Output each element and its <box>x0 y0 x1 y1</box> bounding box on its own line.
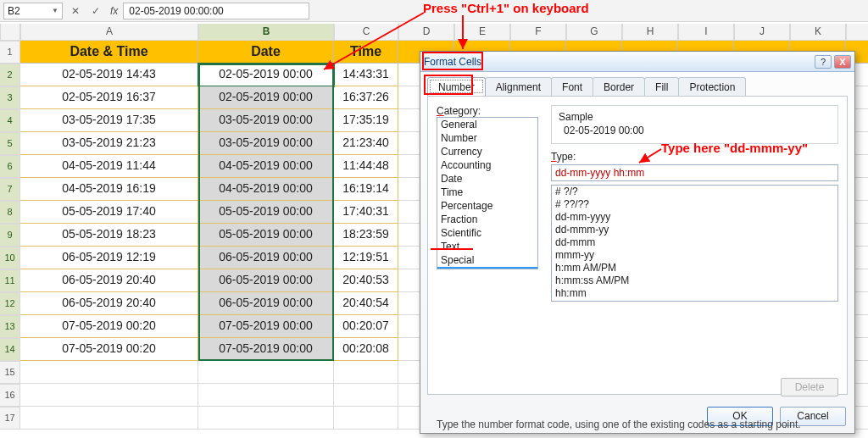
category-item[interactable]: Currency <box>437 145 537 158</box>
cell[interactable]: 02-05-2019 00:00 <box>198 64 334 86</box>
cell[interactable] <box>20 384 198 407</box>
cell[interactable]: 00:20:08 <box>334 338 398 361</box>
type-input[interactable] <box>551 164 838 181</box>
tab-protection[interactable]: Protection <box>678 77 746 96</box>
row-header[interactable]: 15 <box>0 361 20 384</box>
fx-enter-icon[interactable]: ✓ <box>88 5 103 17</box>
col-header-D[interactable]: D <box>398 24 454 41</box>
col-header-F[interactable]: F <box>510 24 566 41</box>
tab-alignment[interactable]: Alignment <box>485 77 552 96</box>
row-header[interactable]: 5 <box>0 132 20 155</box>
fx-label[interactable]: fx <box>110 5 118 17</box>
row-header[interactable]: 4 <box>0 109 20 132</box>
type-item[interactable]: # ?/? <box>552 186 837 198</box>
cell[interactable]: Time <box>334 41 398 64</box>
type-item[interactable]: # ??/?? <box>552 198 837 211</box>
cell[interactable]: 20:40:53 <box>334 269 398 292</box>
cell[interactable]: 17:35:19 <box>334 109 398 132</box>
row-header[interactable]: 13 <box>0 315 20 338</box>
row-header[interactable]: 11 <box>0 269 20 292</box>
row-header[interactable]: 16 <box>0 384 20 407</box>
row-header[interactable]: 3 <box>0 86 20 109</box>
col-header-J[interactable]: J <box>734 24 790 41</box>
category-item[interactable]: Date <box>437 172 537 186</box>
cell[interactable]: 11:44:48 <box>334 155 398 178</box>
tab-number[interactable]: Number <box>427 77 486 96</box>
col-header-C[interactable]: C <box>334 24 398 41</box>
cell[interactable]: 06-05-2019 00:00 <box>198 247 334 269</box>
category-item[interactable]: Fraction <box>437 213 537 226</box>
category-item[interactable]: General <box>437 118 537 131</box>
row-header[interactable]: 9 <box>0 224 20 247</box>
row-header[interactable]: 17 <box>0 407 20 430</box>
cell[interactable]: 04-05-2019 00:00 <box>198 155 334 178</box>
cell[interactable]: 06-05-2019 00:00 <box>198 269 334 292</box>
tab-fill[interactable]: Fill <box>644 77 679 96</box>
cell[interactable]: 03-05-2019 00:00 <box>198 132 334 155</box>
category-item[interactable]: Scientific <box>437 226 537 240</box>
cell[interactable]: 04-05-2019 11:44 <box>20 155 198 178</box>
cell[interactable] <box>334 407 398 430</box>
row-header[interactable]: 14 <box>0 338 20 361</box>
type-item[interactable]: hh:mm <box>552 287 837 300</box>
type-item[interactable]: h:mm AM/PM <box>552 262 837 274</box>
category-item[interactable]: Special <box>437 253 537 267</box>
cell[interactable]: 04-05-2019 00:00 <box>198 178 334 201</box>
cell[interactable]: 06-05-2019 20:40 <box>20 292 198 315</box>
col-header-A[interactable]: A <box>20 24 198 41</box>
cell[interactable]: 14:43:31 <box>334 64 398 86</box>
cell[interactable] <box>198 384 334 407</box>
cell[interactable]: 06-05-2019 20:40 <box>20 269 198 292</box>
name-box[interactable]: B2 ▼ <box>3 3 63 19</box>
type-item[interactable]: hh:mm:ss <box>552 300 837 302</box>
category-item[interactable]: Accounting <box>437 158 537 172</box>
cell[interactable]: 07-05-2019 00:00 <box>198 338 334 361</box>
cell[interactable]: 04-05-2019 16:19 <box>20 178 198 201</box>
col-header-L[interactable]: L <box>846 24 868 41</box>
category-item[interactable]: Custom <box>437 267 537 269</box>
row-header[interactable]: 10 <box>0 247 20 269</box>
cell[interactable]: 02-05-2019 00:00 <box>198 86 334 109</box>
help-button[interactable]: ? <box>815 55 832 69</box>
cell[interactable]: 12:19:51 <box>334 247 398 269</box>
select-all[interactable] <box>0 24 20 41</box>
type-item[interactable]: dd-mm-yyyy <box>552 211 837 224</box>
cell[interactable]: 06-05-2019 00:00 <box>198 292 334 315</box>
cell[interactable]: 03-05-2019 17:35 <box>20 109 198 132</box>
formula-bar[interactable]: 02-05-2019 00:00:00 <box>123 3 309 19</box>
cell[interactable]: 21:23:40 <box>334 132 398 155</box>
cell[interactable] <box>20 407 198 430</box>
row-header[interactable]: 1 <box>0 41 20 64</box>
type-item[interactable]: mmm-yy <box>552 249 837 262</box>
row-header[interactable]: 2 <box>0 64 20 86</box>
category-item[interactable]: Text <box>437 240 537 253</box>
row-header[interactable]: 6 <box>0 155 20 178</box>
tab-font[interactable]: Font <box>551 77 593 96</box>
cell[interactable]: 17:40:31 <box>334 201 398 224</box>
cell[interactable] <box>198 361 334 384</box>
row-header[interactable]: 7 <box>0 178 20 201</box>
fx-cancel-icon[interactable]: ✕ <box>68 5 83 17</box>
cell[interactable]: 02-05-2019 16:37 <box>20 86 198 109</box>
cell[interactable]: 16:37:26 <box>334 86 398 109</box>
cell[interactable]: 07-05-2019 00:20 <box>20 315 198 338</box>
cell[interactable]: Date <box>198 41 334 64</box>
cell[interactable]: 00:20:07 <box>334 315 398 338</box>
cell[interactable] <box>20 361 198 384</box>
cell[interactable]: 05-05-2019 18:23 <box>20 224 198 247</box>
row-header[interactable]: 8 <box>0 201 20 224</box>
type-item[interactable]: dd-mmm-yy <box>552 224 837 236</box>
row-header[interactable]: 12 <box>0 292 20 315</box>
cell[interactable]: 05-05-2019 00:00 <box>198 224 334 247</box>
cell[interactable]: 07-05-2019 00:20 <box>20 338 198 361</box>
cell[interactable] <box>334 361 398 384</box>
cell[interactable]: 16:19:14 <box>334 178 398 201</box>
category-item[interactable]: Number <box>437 131 537 145</box>
col-header-K[interactable]: K <box>790 24 846 41</box>
type-item[interactable]: h:mm:ss AM/PM <box>552 274 837 287</box>
category-list[interactable]: GeneralNumberCurrencyAccountingDateTimeP… <box>437 117 538 269</box>
col-header-H[interactable]: H <box>622 24 678 41</box>
type-list[interactable]: # ?/?# ??/??dd-mm-yyyydd-mmm-yydd-mmmmmm… <box>551 185 838 302</box>
cell[interactable]: 02-05-2019 14:43 <box>20 64 198 86</box>
cell[interactable]: 20:40:54 <box>334 292 398 315</box>
